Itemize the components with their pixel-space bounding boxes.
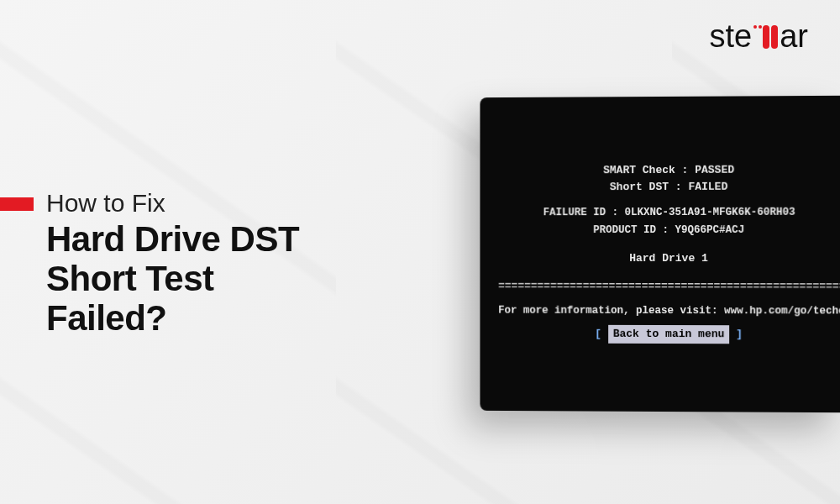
failure-id-line: FAILURE ID : 0LKXNC-351A91-MFGK6K-60RH03 (498, 205, 840, 221)
drive-label: Hard Drive 1 (498, 249, 840, 266)
subtitle: How to Fix (46, 189, 299, 218)
logo-bars-icon (753, 25, 779, 49)
stellar-logo: ste ar (710, 18, 809, 55)
product-id-line: PRODUCT ID : Y9Q66PC#ACJ (498, 223, 840, 239)
logo-text-suffix: ar (780, 18, 808, 55)
info-url-line: For more information, please visit: www.… (498, 302, 840, 319)
bios-screenshot: SMART Check : PASSED Short DST : FAILED … (480, 96, 840, 412)
menu-button-row: [ Back to main menu ] (498, 320, 840, 344)
bracket-close-icon: ] (729, 328, 743, 340)
logo-text-prefix: ste (710, 18, 753, 55)
divider-line: ========================================… (498, 278, 840, 295)
red-accent-bar (0, 197, 34, 211)
back-to-menu-button[interactable]: Back to main menu (608, 325, 730, 344)
smart-check-line: SMART Check : PASSED (498, 161, 840, 179)
bracket-open-icon: [ (595, 328, 608, 340)
short-dst-line: Short DST : FAILED (498, 178, 840, 195)
main-title: Hard Drive DST Short Test Failed? (46, 219, 299, 338)
title-block: How to Fix Hard Drive DST Short Test Fai… (0, 189, 299, 338)
